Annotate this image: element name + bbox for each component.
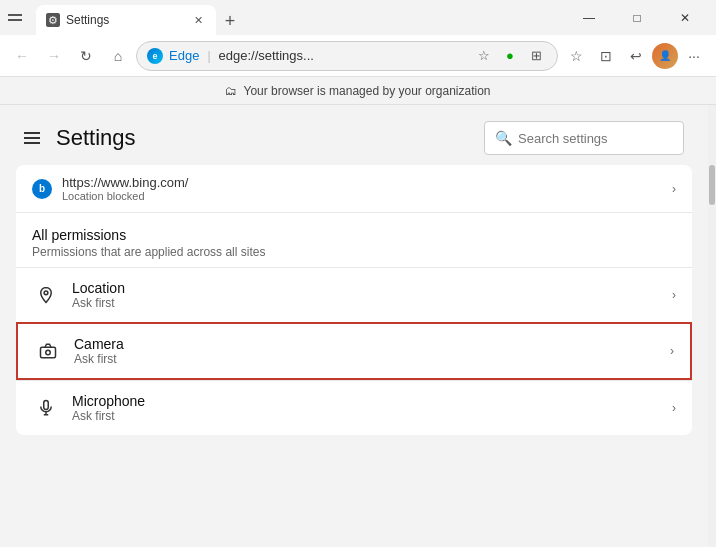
managed-bar-text: Your browser is managed by your organiza… (243, 84, 490, 98)
address-field[interactable]: e Edge | edge://settings... ☆ ● ⊞ (136, 41, 558, 71)
collections-btn[interactable]: ⊡ (592, 42, 620, 70)
edge-label: Edge (169, 48, 199, 63)
svg-point-0 (44, 291, 48, 295)
bing-url: https://www.bing.com/ (62, 175, 672, 190)
bing-status: Location blocked (62, 190, 672, 202)
search-box[interactable]: 🔍 (484, 121, 684, 155)
tab-close-btn[interactable]: ✕ (190, 12, 206, 28)
camera-perm-info: Camera Ask first (74, 336, 670, 366)
search-icon: 🔍 (495, 130, 512, 146)
home-button[interactable]: ⌂ (104, 42, 132, 70)
location-perm-info: Location Ask first (72, 280, 672, 310)
back-button[interactable]: ← (8, 42, 36, 70)
address-bar: ← → ↻ ⌂ e Edge | edge://settings... ☆ ● … (0, 35, 716, 77)
window-controls-left (8, 8, 28, 28)
profile-avatar[interactable]: 👤 (652, 43, 678, 69)
microphone-perm-name: Microphone (72, 393, 672, 409)
sidebar-toggle-btn[interactable] (8, 8, 28, 28)
location-chevron-icon: › (672, 288, 676, 302)
main-content: Settings 🔍 b https://www.bing.com/ Locat… (0, 105, 716, 547)
camera-icon (34, 337, 62, 365)
favorites-btn[interactable]: ☆ (562, 42, 590, 70)
settings-header: Settings 🔍 (0, 105, 708, 165)
bing-chevron-icon: › (672, 182, 676, 196)
close-button[interactable]: ✕ (662, 3, 708, 33)
location-permission-row[interactable]: Location Ask first › (16, 267, 692, 322)
bing-icon: b (32, 179, 52, 199)
tabs-container: ⚙ Settings ✕ + (36, 0, 566, 35)
location-icon (32, 281, 60, 309)
favorites-icon[interactable]: ☆ (473, 45, 495, 67)
camera-chevron-icon: › (670, 344, 674, 358)
all-permissions-title: All permissions (32, 227, 676, 243)
search-input[interactable] (518, 131, 668, 146)
separator: | (207, 49, 210, 63)
toolbar-icons: ☆ ⊡ ↩ 👤 ··· (562, 42, 708, 70)
settings-tab-icon: ⚙ (46, 13, 60, 27)
scrollbar-track[interactable] (708, 105, 716, 547)
settings-tab[interactable]: ⚙ Settings ✕ (36, 5, 216, 35)
new-tab-button[interactable]: + (216, 7, 244, 35)
profile-circle-icon[interactable]: ● (499, 45, 521, 67)
all-permissions-header: All permissions Permissions that are app… (16, 213, 692, 267)
scrollbar-thumb[interactable] (709, 165, 715, 205)
more-options-btn[interactable]: ··· (680, 42, 708, 70)
microphone-icon (32, 394, 60, 422)
bing-info: https://www.bing.com/ Location blocked (62, 175, 672, 202)
refresh-button[interactable]: ↻ (72, 42, 100, 70)
settings-tab-label: Settings (66, 13, 109, 27)
camera-permission-row[interactable]: Camera Ask first › (16, 322, 692, 380)
bing-entry-row[interactable]: b https://www.bing.com/ Location blocked… (16, 165, 692, 213)
page-title: Settings (56, 125, 472, 151)
camera-perm-name: Camera (74, 336, 670, 352)
svg-rect-3 (44, 401, 49, 410)
edge-logo: e (147, 48, 163, 64)
content-panel: b https://www.bing.com/ Location blocked… (16, 165, 692, 435)
address-icons: ☆ ● ⊞ (473, 45, 547, 67)
window-controls-right: — □ ✕ (566, 3, 708, 33)
minimize-button[interactable]: — (566, 3, 612, 33)
settings-area: Settings 🔍 b https://www.bing.com/ Locat… (0, 105, 708, 547)
microphone-chevron-icon: › (672, 401, 676, 415)
location-perm-name: Location (72, 280, 672, 296)
managed-bar: 🗂 Your browser is managed by your organi… (0, 77, 716, 105)
microphone-permission-row[interactable]: Microphone Ask first › (16, 380, 692, 435)
camera-perm-status: Ask first (74, 352, 670, 366)
all-permissions-subtitle: Permissions that are applied across all … (32, 245, 676, 259)
address-text: edge://settings... (219, 48, 468, 63)
forward-button[interactable]: → (40, 42, 68, 70)
hamburger-menu-btn[interactable] (24, 128, 44, 148)
microphone-perm-info: Microphone Ask first (72, 393, 672, 423)
svg-rect-1 (41, 347, 56, 358)
location-perm-status: Ask first (72, 296, 672, 310)
managed-bar-icon: 🗂 (225, 84, 237, 98)
extensions-icon[interactable]: ⊞ (525, 45, 547, 67)
history-btn[interactable]: ↩ (622, 42, 650, 70)
maximize-button[interactable]: □ (614, 3, 660, 33)
microphone-perm-status: Ask first (72, 409, 672, 423)
title-bar: ⚙ Settings ✕ + — □ ✕ (0, 0, 716, 35)
svg-point-2 (46, 350, 51, 355)
